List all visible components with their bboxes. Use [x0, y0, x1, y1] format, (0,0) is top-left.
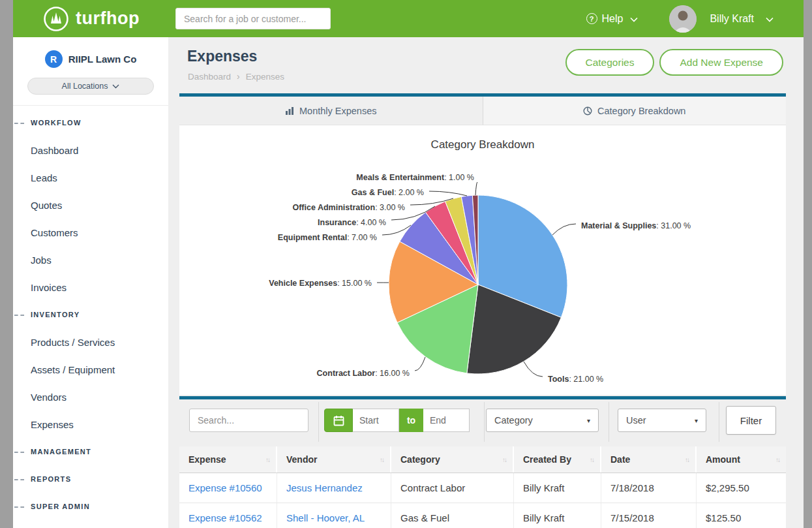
user-select[interactable]: User ▾ — [618, 409, 706, 432]
sidebar-item-customers[interactable]: Customers — [13, 219, 168, 246]
chevron-down-icon[interactable] — [766, 13, 774, 25]
section-label: INVENTORY — [31, 311, 80, 318]
sidebar-item-expenses[interactable]: Expenses — [13, 411, 168, 438]
category-cell: Contract Labor — [391, 473, 514, 503]
sort-icon[interactable]: ↑↓ — [775, 456, 779, 463]
brand-logo[interactable]: turfhop — [43, 6, 140, 32]
column-header[interactable]: Expense — [188, 454, 226, 465]
brand-name: turfhop — [76, 8, 140, 29]
sidebar-item-dashboard[interactable]: Dashboard — [13, 136, 168, 164]
sidebar-item-quotes[interactable]: Quotes — [13, 191, 168, 219]
location-selector[interactable]: All Locations — [27, 78, 154, 95]
date-to-label: to — [399, 409, 423, 432]
sort-icon[interactable]: ↑↓ — [265, 456, 269, 463]
section-dash-icon — [14, 315, 24, 316]
tab-label: Monthly Expenses — [299, 106, 376, 116]
sort-icon[interactable]: ↑↓ — [590, 456, 594, 463]
column-header[interactable]: Vendor — [286, 454, 317, 465]
sidebar-item-invoices[interactable]: Invoices — [13, 273, 168, 301]
bar-chart-icon — [285, 106, 294, 115]
pie-label: Equipment Rental: 7.00 % — [278, 233, 377, 242]
pie-leader-line — [552, 224, 576, 235]
section-label: REPORTS — [31, 475, 71, 483]
page-title: Expenses — [187, 48, 257, 65]
select-arrow-icon: ▾ — [587, 417, 590, 424]
grass-logo-icon — [43, 6, 69, 32]
breadcrumb-expenses: Expenses — [246, 72, 284, 82]
global-search-input[interactable] — [175, 8, 331, 29]
sidebar-section-reports[interactable]: REPORTS — [13, 465, 168, 493]
amount-cell: $2,295.50 — [697, 473, 786, 503]
sort-icon[interactable]: ↑↓ — [685, 456, 689, 463]
avatar[interactable] — [669, 5, 697, 33]
breadcrumb: Dashboard › Expenses — [188, 71, 284, 82]
table-row: Expense #10560 Jesus Hernandez Contract … — [179, 473, 786, 503]
column-header[interactable]: Date — [610, 454, 630, 465]
sidebar-item-jobs[interactable]: Jobs — [13, 246, 168, 273]
company-logo-badge: R — [45, 50, 63, 68]
tab-monthly-expenses[interactable]: Monthly Expenses — [179, 97, 483, 125]
breadcrumb-dashboard[interactable]: Dashboard — [188, 72, 231, 82]
user-name[interactable]: Billy Kraft — [710, 13, 754, 25]
expenses-table: Expense↑↓ Vendor↑↓ Category↑↓ Created By… — [179, 446, 786, 528]
section-dash-icon — [14, 506, 24, 508]
top-header: turfhop ? Help Billy Kraft — [13, 0, 804, 37]
table-search-input[interactable] — [189, 409, 308, 432]
sidebar-item-vendors[interactable]: Vendors — [13, 383, 168, 411]
vendor-link[interactable]: Shell - Hoover, AL — [277, 503, 391, 528]
filter-divider — [318, 402, 319, 442]
vendor-link[interactable]: Jesus Hernandez — [277, 473, 391, 503]
sort-icon[interactable]: ↑↓ — [502, 456, 506, 463]
date-cell: 7/18/2018 — [601, 473, 697, 503]
sidebar-section-super-admin[interactable]: SUPER ADMIN — [13, 493, 168, 520]
tab-category-breakdown[interactable]: Category Breakdown — [483, 97, 787, 125]
help-icon: ? — [586, 13, 597, 24]
expense-link[interactable]: Expense #10560 — [179, 473, 277, 503]
help-label: Help — [602, 13, 624, 25]
sidebar-section-management[interactable]: MANAGEMENT — [13, 438, 168, 465]
category-pie-chart: Material & Supplies: 31.00 %Tools: 21.00… — [179, 164, 786, 395]
chevron-down-icon — [630, 13, 638, 25]
pie-label: Vehicle Expenses: 15.00 % — [269, 279, 372, 288]
filter-divider — [484, 402, 485, 442]
pie-label: Office Administration: 3.00 % — [292, 203, 405, 212]
column-header[interactable]: Created By — [523, 454, 571, 465]
table-header-row: Expense↑↓ Vendor↑↓ Category↑↓ Created By… — [179, 446, 786, 473]
main-content: Expenses Dashboard › Expenses Categories… — [168, 37, 804, 528]
pie-leader-line — [524, 362, 543, 377]
date-range-group: to — [324, 409, 470, 432]
filter-divider — [609, 402, 609, 442]
add-new-expense-button[interactable]: Add New Expense — [659, 49, 783, 76]
pie-label: Gas & Fuel: 2.00 % — [352, 188, 424, 197]
section-label: MANAGEMENT — [31, 448, 91, 456]
sidebar-item-products-services[interactable]: Products / Services — [13, 328, 168, 356]
sort-icon[interactable]: ↑↓ — [380, 456, 383, 463]
date-cell: 7/15/2018 — [601, 503, 697, 528]
help-menu[interactable]: ? Help — [586, 13, 639, 25]
filter-divider — [719, 402, 719, 442]
date-end-input[interactable] — [423, 409, 470, 432]
categories-button[interactable]: Categories — [565, 49, 655, 76]
column-header[interactable]: Amount — [706, 454, 740, 465]
sidebar-section-inventory[interactable]: INVENTORY — [13, 301, 168, 328]
category-select-value: Category — [494, 415, 533, 426]
pie-leader-line — [415, 357, 425, 371]
pie-label: Tools: 21.00 % — [548, 375, 603, 384]
sidebar-item-assets-equipment[interactable]: Assets / Equipment — [13, 356, 168, 383]
column-header[interactable]: Category — [400, 454, 440, 465]
chart-title: Category Breakdown — [431, 138, 535, 151]
section-dash-icon — [14, 452, 24, 453]
sidebar: R RIIPL Lawn Co All Locations WORKFLOW D… — [13, 37, 168, 528]
created-by-cell: Billy Kraft — [514, 503, 601, 528]
right-gray-rail — [804, 0, 812, 528]
chevron-down-icon — [112, 82, 119, 90]
calendar-icon — [333, 414, 345, 427]
expense-link[interactable]: Expense #10562 — [179, 503, 277, 528]
sidebar-item-leads[interactable]: Leads — [13, 164, 168, 191]
date-start-input[interactable] — [353, 409, 399, 432]
filter-button[interactable]: Filter — [726, 406, 776, 435]
sidebar-section-workflow[interactable]: WORKFLOW — [13, 109, 168, 136]
category-select[interactable]: Category ▾ — [486, 409, 599, 432]
calendar-button[interactable] — [324, 409, 353, 432]
company-block: R RIIPL Lawn Co All Locations — [13, 37, 168, 106]
